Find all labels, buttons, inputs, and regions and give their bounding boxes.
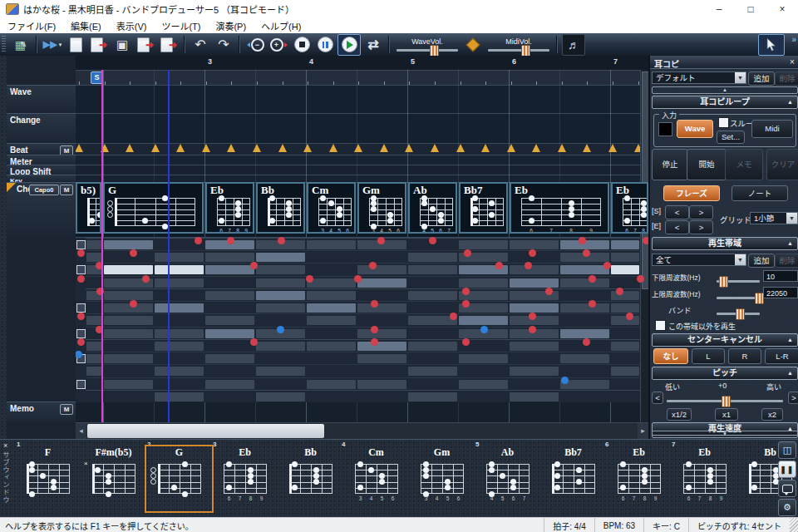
play-button[interactable] bbox=[337, 34, 361, 56]
undo-button[interactable]: ↶ bbox=[190, 35, 211, 55]
start-prev-button[interactable]: < bbox=[665, 205, 689, 219]
track-header-meter[interactable]: Meter bbox=[7, 155, 76, 165]
beat-marker[interactable] bbox=[583, 144, 591, 152]
chord-cell[interactable]: Gm3456 bbox=[357, 182, 406, 234]
low-freq-slider[interactable] bbox=[717, 280, 760, 283]
menu-item[interactable]: ツール(T) bbox=[154, 19, 208, 32]
subwindow-chord-cell[interactable]: Bb bbox=[278, 446, 343, 511]
chord-cell[interactable]: G bbox=[103, 182, 204, 234]
subwindow-chord-cell[interactable]: Eb6789 bbox=[212, 446, 278, 511]
track-header-chord[interactable]: ChordCapo0M bbox=[7, 182, 76, 237]
track-header-change[interactable]: Change bbox=[7, 113, 76, 143]
preset-delete-button[interactable]: 削除 bbox=[775, 71, 798, 86]
subwindow-chord-cell[interactable]: Bb7 bbox=[540, 446, 606, 511]
pitch-slider-thumb[interactable] bbox=[722, 396, 731, 407]
beat-marker[interactable] bbox=[253, 144, 261, 152]
dual-pane-button[interactable]: ◫ bbox=[778, 441, 796, 459]
input-wave-button[interactable]: Wave bbox=[677, 120, 713, 138]
center-lr-button[interactable]: L-R bbox=[765, 348, 798, 364]
note-grid[interactable] bbox=[76, 237, 648, 402]
note-button[interactable]: ノート bbox=[732, 185, 788, 201]
wave-volume-slider[interactable] bbox=[397, 49, 458, 52]
track-header-wave[interactable]: Wave bbox=[7, 85, 76, 113]
center-right-button[interactable]: R bbox=[728, 348, 761, 364]
midi-volume-slider[interactable] bbox=[488, 49, 549, 52]
export-midi-button[interactable]: ➜ bbox=[158, 35, 180, 55]
pause-button[interactable] bbox=[314, 35, 336, 55]
pitch-up-button[interactable]: > bbox=[788, 392, 798, 404]
chord-cell[interactable]: Eb6789 bbox=[510, 182, 609, 234]
new-document-button[interactable] bbox=[65, 35, 86, 55]
beat-marker[interactable] bbox=[558, 144, 566, 152]
save-button[interactable]: ▣ bbox=[111, 35, 133, 55]
collapse-strip-bottom[interactable]: ▼ bbox=[652, 431, 798, 438]
vertical-scrollbar[interactable] bbox=[640, 70, 648, 422]
loopshift-track[interactable] bbox=[76, 165, 648, 175]
thru-set-button[interactable]: Set... bbox=[717, 131, 745, 144]
close-button[interactable]: × bbox=[766, 0, 798, 18]
track-header-loop-shift[interactable]: Loop Shift bbox=[7, 165, 76, 175]
open-wave-button[interactable]: ▶▶▾ bbox=[42, 35, 63, 55]
chord-cell[interactable]: Ab4567 bbox=[408, 182, 457, 234]
preset-dropdown[interactable]: デフォルト▼ bbox=[652, 71, 746, 84]
preset-add-button[interactable]: 追加 bbox=[748, 71, 775, 86]
speed-one-button[interactable]: x1 bbox=[715, 408, 738, 421]
beat-marker[interactable] bbox=[354, 144, 362, 152]
mc-stop-button[interactable]: 停止 bbox=[652, 149, 688, 180]
low-freq-value[interactable]: 10 bbox=[763, 270, 798, 282]
meter-track[interactable] bbox=[76, 155, 648, 165]
metronome-button[interactable]: ♬ bbox=[562, 34, 585, 56]
beat-marker[interactable] bbox=[405, 144, 413, 152]
chord-cell[interactable]: Eb6789 bbox=[205, 182, 254, 234]
mc-memo-button[interactable]: メモ bbox=[725, 149, 763, 180]
beat-marker[interactable] bbox=[456, 144, 465, 152]
menu-item[interactable]: 表示(V) bbox=[109, 19, 155, 32]
key-track[interactable] bbox=[76, 175, 648, 182]
speed-two-button[interactable]: x2 bbox=[761, 408, 783, 421]
import-button[interactable]: ➜ bbox=[88, 35, 110, 55]
band-delete-button[interactable]: 削除 bbox=[775, 254, 798, 268]
chord-cell[interactable]: Bb7 bbox=[459, 182, 508, 234]
menu-item[interactable]: 編集(E) bbox=[63, 19, 109, 32]
maximize-button[interactable]: □ bbox=[735, 0, 766, 18]
mc-clear-button[interactable]: クリア bbox=[766, 149, 798, 180]
beat-marker[interactable] bbox=[202, 144, 210, 152]
band-width-slider-thumb[interactable] bbox=[736, 308, 745, 320]
pointer-tool-button[interactable] bbox=[758, 34, 785, 56]
menu-item[interactable]: ヘルプ(H) bbox=[254, 19, 308, 32]
horizontal-scrollbar-thumb[interactable] bbox=[87, 424, 324, 438]
input-color-swatch[interactable] bbox=[658, 122, 672, 136]
pitch-down-button[interactable]: < bbox=[652, 392, 663, 404]
subwindow-chord-cell[interactable]: Ab4567 bbox=[475, 446, 540, 511]
loop-section-header[interactable]: 耳コピループ▲ bbox=[652, 96, 798, 109]
horizontal-scrollbar[interactable]: ◂▸ bbox=[76, 422, 648, 439]
start-next-button[interactable]: > bbox=[689, 205, 713, 219]
chord-cell[interactable]: Bb bbox=[256, 182, 305, 234]
menu-item[interactable]: ファイル(F) bbox=[0, 19, 63, 32]
beat-marker[interactable] bbox=[227, 144, 235, 152]
scroll-right-arrow[interactable]: ▸ bbox=[638, 423, 648, 439]
beat-marker[interactable] bbox=[608, 144, 617, 152]
end-next-button[interactable]: > bbox=[689, 220, 713, 234]
band-dropdown[interactable]: 全て▼ bbox=[652, 254, 746, 266]
beat-marker[interactable] bbox=[151, 144, 160, 152]
subwindow-chord-cell[interactable]: Cm3456 bbox=[343, 446, 409, 511]
mc-start-button[interactable]: 開始 bbox=[687, 149, 727, 180]
speed-half-button[interactable]: x1/2 bbox=[667, 408, 692, 421]
high-freq-slider[interactable] bbox=[717, 297, 760, 299]
beat-marker[interactable] bbox=[532, 144, 540, 152]
beat-marker[interactable] bbox=[278, 144, 287, 152]
score-edit-button[interactable]: ▦✎ bbox=[10, 35, 32, 55]
center-left-button[interactable]: L bbox=[692, 348, 725, 364]
redo-button[interactable]: ↷ bbox=[213, 35, 234, 55]
pitch-slider[interactable] bbox=[667, 400, 783, 402]
subwindow-chord-cell[interactable]: Gm3456 bbox=[409, 446, 475, 511]
panel-close-icon[interactable]: × bbox=[790, 57, 795, 66]
export-wave-button[interactable]: ➜ bbox=[135, 35, 156, 55]
chord-cell[interactable]: b5) bbox=[76, 182, 101, 234]
piano-view-button[interactable]: ❚❚ bbox=[778, 461, 796, 478]
scroll-left-arrow[interactable]: ◂ bbox=[76, 423, 86, 439]
resize-grip[interactable] bbox=[790, 518, 798, 532]
subwindow-chord-cell[interactable]: Eb6789 bbox=[606, 446, 672, 511]
track-header-memo[interactable]: MemoM bbox=[7, 401, 76, 422]
